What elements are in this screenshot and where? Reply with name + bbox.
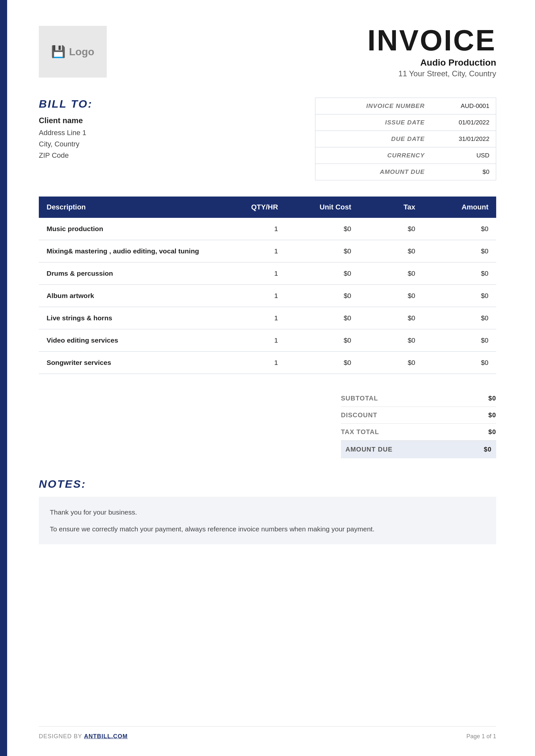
client-zip: ZIP Code — [39, 149, 315, 161]
discount-label: DISCOUNT — [341, 412, 377, 419]
bill-to-block: BILL TO: Client name Address Line 1 City… — [39, 97, 315, 161]
meta-value-4: $0 — [431, 164, 496, 180]
item-description-2: Drums & percussion — [39, 262, 231, 285]
item-qty-2: 1 — [231, 262, 286, 285]
client-address-line1: Address Line 1 — [39, 127, 315, 138]
meta-label-1: ISSUE DATE — [315, 114, 431, 131]
item-amount-2: $0 — [423, 262, 496, 285]
meta-row: CURRENCY USD — [315, 148, 496, 164]
logo-icon: 💾 — [51, 45, 66, 59]
item-unit-cost-6: $0 — [286, 352, 359, 374]
item-tax-3: $0 — [359, 285, 423, 307]
item-description-6: Songwriter services — [39, 352, 231, 374]
subtotal-value: $0 — [489, 395, 496, 402]
left-accent-bar — [0, 0, 7, 756]
tax-total-value: $0 — [489, 428, 496, 436]
table-header-row: Description QTY/HR Unit Cost Tax Amount — [39, 197, 496, 218]
table-row: Album artwork 1 $0 $0 $0 — [39, 285, 496, 307]
item-amount-3: $0 — [423, 285, 496, 307]
item-qty-4: 1 — [231, 307, 286, 329]
item-description-4: Live strings & horns — [39, 307, 231, 329]
item-tax-1: $0 — [359, 240, 423, 262]
col-header-qty: QTY/HR — [231, 197, 286, 218]
client-city-country: City, Country — [39, 138, 315, 149]
meta-value-0: AUD-0001 — [431, 98, 496, 114]
item-amount-0: $0 — [423, 218, 496, 240]
antbill-link[interactable]: ANTBILL.COM — [84, 733, 128, 740]
table-row: Songwriter services 1 $0 $0 $0 — [39, 352, 496, 374]
meta-label-3: CURRENCY — [315, 148, 431, 164]
notes-title: NOTES: — [39, 478, 496, 490]
item-description-5: Video editing services — [39, 329, 231, 352]
item-unit-cost-4: $0 — [286, 307, 359, 329]
totals-block: SUBTOTAL $0 DISCOUNT $0 TAX TOTAL $0 AMO… — [39, 390, 496, 458]
col-header-unit-cost: Unit Cost — [286, 197, 359, 218]
items-tbody: Music production 1 $0 $0 $0 Mixing& mast… — [39, 218, 496, 374]
invoice-title-block: INVOICE Audio Production 11 Your Street,… — [367, 26, 496, 78]
discount-row: DISCOUNT $0 — [341, 407, 496, 424]
designed-by-label: DESIGNED BY — [39, 733, 82, 740]
discount-value: $0 — [489, 412, 496, 419]
footer-left: DESIGNED BY ANTBILL.COM — [39, 733, 128, 740]
item-description-3: Album artwork — [39, 285, 231, 307]
notes-box: Thank you for your business. To ensure w… — [39, 497, 496, 544]
item-amount-5: $0 — [423, 329, 496, 352]
footer-right: Page 1 of 1 — [466, 733, 496, 740]
item-qty-5: 1 — [231, 329, 286, 352]
invoice-title: INVOICE — [367, 26, 496, 55]
item-unit-cost-1: $0 — [286, 240, 359, 262]
item-tax-4: $0 — [359, 307, 423, 329]
meta-label-2: DUE DATE — [315, 131, 431, 147]
item-qty-1: 1 — [231, 240, 286, 262]
item-tax-5: $0 — [359, 329, 423, 352]
item-amount-1: $0 — [423, 240, 496, 262]
item-tax-2: $0 — [359, 262, 423, 285]
item-tax-0: $0 — [359, 218, 423, 240]
items-table: Description QTY/HR Unit Cost Tax Amount … — [39, 197, 496, 374]
col-header-amount: Amount — [423, 197, 496, 218]
table-row: Live strings & horns 1 $0 $0 $0 — [39, 307, 496, 329]
logo-text: Logo — [69, 46, 94, 58]
subtotal-row: SUBTOTAL $0 — [341, 390, 496, 407]
item-unit-cost-5: $0 — [286, 329, 359, 352]
table-row: Drums & percussion 1 $0 $0 $0 — [39, 262, 496, 285]
meta-value-1: 01/01/2022 — [431, 114, 496, 131]
bill-section: BILL TO: Client name Address Line 1 City… — [39, 97, 496, 180]
item-unit-cost-3: $0 — [286, 285, 359, 307]
col-header-tax: Tax — [359, 197, 423, 218]
note-1: Thank you for your business. — [50, 506, 485, 518]
item-unit-cost-0: $0 — [286, 218, 359, 240]
header: 💾 Logo INVOICE Audio Production 11 Your … — [39, 26, 496, 78]
bill-to-title: BILL TO: — [39, 97, 315, 110]
item-unit-cost-2: $0 — [286, 262, 359, 285]
table-row: Mixing& mastering , audio editing, vocal… — [39, 240, 496, 262]
invoice-meta-table: INVOICE NUMBER AUD-0001 ISSUE DATE 01/01… — [315, 97, 496, 180]
amount-due-label: AMOUNT DUE — [346, 446, 393, 453]
item-qty-0: 1 — [231, 218, 286, 240]
col-header-description: Description — [39, 197, 231, 218]
invoice-page: 💾 Logo INVOICE Audio Production 11 Your … — [0, 0, 535, 756]
table-row: Video editing services 1 $0 $0 $0 — [39, 329, 496, 352]
company-address: 11 Your Street, City, Country — [367, 69, 496, 78]
client-name: Client name — [39, 116, 315, 125]
meta-row: DUE DATE 31/01/2022 — [315, 131, 496, 148]
company-name: Audio Production — [367, 58, 496, 68]
meta-row: AMOUNT DUE $0 — [315, 164, 496, 180]
meta-label-4: AMOUNT DUE — [315, 164, 431, 180]
table-row: Music production 1 $0 $0 $0 — [39, 218, 496, 240]
item-amount-6: $0 — [423, 352, 496, 374]
item-amount-4: $0 — [423, 307, 496, 329]
amount-due-value: $0 — [484, 446, 492, 453]
item-qty-6: 1 — [231, 352, 286, 374]
tax-total-row: TAX TOTAL $0 — [341, 424, 496, 441]
item-description-1: Mixing& mastering , audio editing, vocal… — [39, 240, 231, 262]
meta-label-0: INVOICE NUMBER — [315, 98, 431, 114]
item-tax-6: $0 — [359, 352, 423, 374]
meta-value-2: 31/01/2022 — [431, 131, 496, 147]
logo-box: 💾 Logo — [39, 26, 107, 78]
amount-due-row: AMOUNT DUE $0 — [341, 441, 496, 458]
meta-value-3: USD — [431, 148, 496, 164]
tax-total-label: TAX TOTAL — [341, 428, 379, 436]
item-qty-3: 1 — [231, 285, 286, 307]
notes-section: NOTES: Thank you for your business. To e… — [39, 478, 496, 544]
